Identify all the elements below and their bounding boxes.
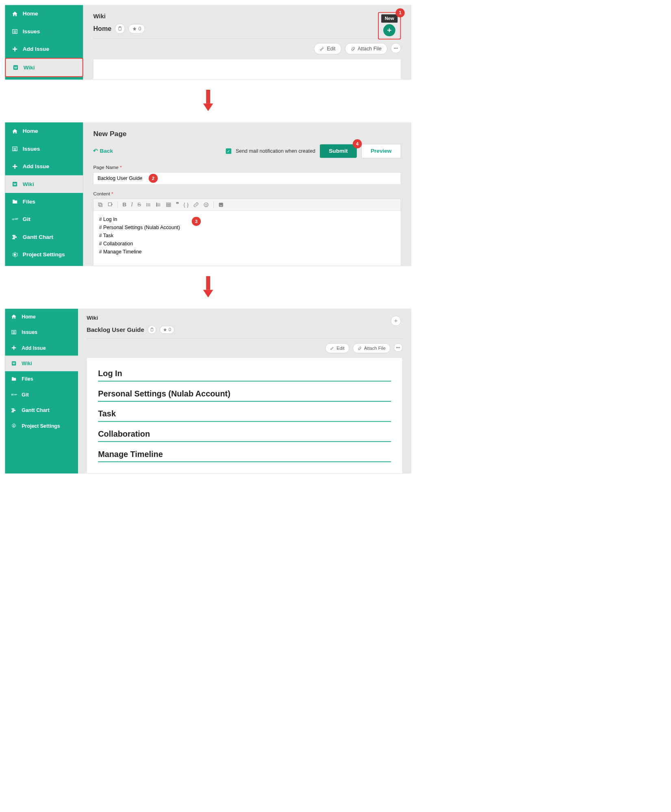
gantt-icon bbox=[11, 407, 17, 414]
arrow-icon bbox=[200, 276, 215, 299]
tool-bold-icon[interactable]: B bbox=[122, 201, 126, 208]
main-area: Wiki Backlog User Guide 0 Edit Attach Fi… bbox=[78, 309, 411, 473]
sidebar-item-project-settings[interactable]: Project Settings bbox=[5, 418, 78, 433]
sidebar: Home Issues Add Issue WWiki bbox=[5, 5, 83, 80]
svg-text:W: W bbox=[13, 182, 17, 186]
panel-wiki-view: Home Issues Add Issue WWiki Files GITGit… bbox=[5, 309, 411, 473]
tool-italic-icon[interactable]: I bbox=[131, 201, 133, 208]
clipboard-button[interactable] bbox=[148, 325, 156, 334]
sidebar-item-home[interactable]: Home bbox=[5, 122, 83, 140]
svg-rect-33 bbox=[108, 203, 111, 206]
tool-copy-icon[interactable] bbox=[98, 202, 103, 208]
sidebar-item-wiki[interactable]: WWiki bbox=[5, 175, 83, 193]
svg-rect-56 bbox=[219, 203, 223, 207]
tool-quote-icon[interactable]: ❞ bbox=[176, 201, 179, 208]
sidebar-item-project-settings[interactable]: Project Settings bbox=[5, 246, 83, 263]
files-icon bbox=[12, 199, 18, 205]
sidebar-item-issues[interactable]: Issues bbox=[5, 23, 83, 40]
tool-insert-icon[interactable] bbox=[108, 202, 113, 208]
sidebar-item-add-issue[interactable]: Add Issue bbox=[5, 340, 78, 355]
sidebar: Home Issues Add Issue WWiki Files GITGit… bbox=[5, 122, 83, 266]
svg-point-30 bbox=[14, 254, 16, 256]
wiki-icon: W bbox=[12, 64, 19, 71]
edit-button[interactable]: Edit bbox=[314, 43, 341, 54]
more-button[interactable]: ••• bbox=[394, 343, 402, 352]
home-icon bbox=[12, 128, 18, 134]
new-page-button[interactable] bbox=[391, 316, 401, 326]
sidebar-item-files[interactable]: Files bbox=[5, 193, 83, 210]
content-label: Content * bbox=[93, 191, 401, 197]
clipboard-button[interactable] bbox=[115, 24, 125, 34]
sidebar-item-issues[interactable]: Issues bbox=[5, 140, 83, 158]
svg-text:W: W bbox=[14, 66, 17, 69]
page-name-label: Page Name * bbox=[93, 165, 401, 170]
notify-label: Send mail notification when created bbox=[236, 148, 315, 154]
content-editor[interactable]: # Log In # Personal Settings (Nulab Acco… bbox=[93, 210, 401, 266]
divider bbox=[87, 338, 402, 339]
divider bbox=[93, 38, 401, 39]
svg-rect-32 bbox=[99, 204, 102, 207]
svg-rect-74 bbox=[12, 411, 14, 412]
page-name-input[interactable] bbox=[93, 172, 401, 184]
tool-code-icon[interactable]: { } bbox=[183, 201, 189, 208]
notify-checkbox[interactable]: ✓ bbox=[226, 148, 231, 154]
sidebar-item-git[interactable]: GITGit bbox=[5, 387, 78, 402]
more-button[interactable]: ••• bbox=[391, 43, 401, 53]
list-icon bbox=[12, 145, 18, 152]
sidebar-item-wiki[interactable]: WWiki bbox=[5, 355, 78, 371]
plus-icon bbox=[12, 163, 18, 170]
edit-button[interactable]: Edit bbox=[325, 343, 349, 353]
star-count[interactable]: 0 bbox=[160, 326, 174, 333]
gear-icon bbox=[11, 422, 17, 429]
gantt-icon bbox=[12, 234, 18, 240]
tool-ul-icon[interactable] bbox=[145, 202, 151, 208]
tool-table-icon[interactable] bbox=[166, 202, 172, 208]
tool-link-icon[interactable] bbox=[193, 202, 199, 208]
wiki-heading: Personal Settings (Nulab Account) bbox=[98, 389, 391, 402]
svg-text:W: W bbox=[13, 362, 15, 365]
page-title: Home bbox=[93, 25, 111, 32]
sidebar-item-add-issue[interactable]: Add Issue bbox=[5, 158, 83, 175]
wiki-heading: Collaboration bbox=[98, 429, 391, 442]
svg-rect-64 bbox=[12, 347, 16, 348]
svg-marker-13 bbox=[203, 104, 213, 111]
submit-button[interactable]: Submit bbox=[320, 144, 357, 158]
section-title: Wiki bbox=[93, 13, 401, 19]
sidebar-item-wiki[interactable]: WWiki bbox=[5, 58, 83, 77]
back-button[interactable]: ↶Back bbox=[93, 148, 113, 154]
new-page-button[interactable] bbox=[383, 24, 395, 37]
sidebar: Home Issues Add Issue WWiki Files GITGit… bbox=[5, 309, 78, 473]
sidebar-item-home[interactable]: Home bbox=[5, 5, 83, 22]
svg-text:3: 3 bbox=[156, 205, 158, 207]
wiki-heading: Manage Timeline bbox=[98, 450, 391, 462]
step-badge-3: 3 bbox=[192, 217, 201, 226]
svg-point-54 bbox=[205, 204, 206, 204]
sidebar-item-issues[interactable]: Issues bbox=[5, 325, 78, 340]
tool-strike-icon[interactable]: S bbox=[137, 201, 141, 208]
svg-rect-67 bbox=[12, 378, 16, 381]
main-area: Wiki Home 0 Edit Attach File ••• bbox=[83, 5, 411, 80]
page-title: New Page bbox=[93, 130, 401, 138]
sidebar-item-files[interactable]: Files bbox=[5, 371, 78, 387]
sidebar-item-gantt[interactable]: Gantt Chart bbox=[5, 403, 78, 418]
sidebar-item-git[interactable]: GITGit bbox=[5, 210, 83, 228]
svg-rect-19 bbox=[13, 166, 17, 167]
files-icon bbox=[11, 376, 17, 382]
panel-wiki-home: Home Issues Add Issue WWiki Wiki Home 0 … bbox=[5, 5, 411, 80]
sidebar-item-gantt[interactable]: Gantt Chart bbox=[5, 228, 83, 246]
star-count[interactable]: 0 bbox=[128, 24, 145, 33]
editor-toolbar: B I S 123 ❞ { } bbox=[93, 199, 401, 210]
sidebar-item-home[interactable]: Home bbox=[5, 309, 78, 324]
git-icon: GIT bbox=[11, 391, 17, 398]
attach-file-button[interactable]: Attach File bbox=[353, 343, 390, 353]
step-badge-4: 4 bbox=[353, 139, 362, 148]
attach-file-button[interactable]: Attach File bbox=[345, 43, 387, 54]
home-icon bbox=[12, 11, 18, 17]
preview-button[interactable]: Preview bbox=[361, 144, 401, 158]
tool-ol-icon[interactable]: 123 bbox=[156, 202, 161, 208]
tool-emoji-icon[interactable] bbox=[203, 202, 209, 208]
tool-app-icon[interactable] bbox=[218, 202, 224, 208]
page-title: Backlog User Guide bbox=[87, 326, 144, 333]
sidebar-item-add-issue[interactable]: Add Issue bbox=[5, 40, 83, 58]
svg-rect-68 bbox=[12, 377, 14, 378]
